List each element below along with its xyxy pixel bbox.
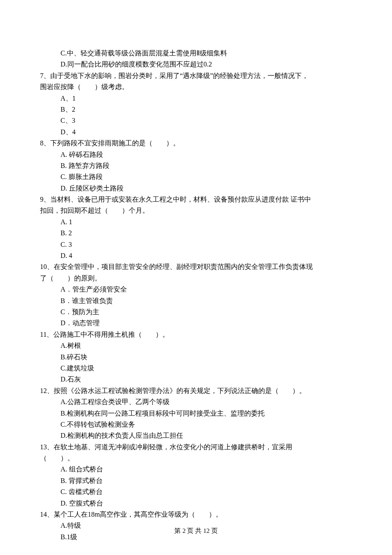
q10-stem-line1: 10、在安全管理中，项目部主管安全的经理、副经理对职责范围内的安全管理工作负责体… <box>40 261 352 272</box>
q8-option-a: A. 碎砾石路段 <box>40 149 352 160</box>
q9-option-c: C. 3 <box>40 239 352 250</box>
q11-option-c: C.建筑垃圾 <box>40 363 352 374</box>
q13-option-c: C. 齿槛式桥台 <box>40 486 352 497</box>
page-footer: 第 2 页 共 12 页 <box>0 526 392 536</box>
q7-option-b: B、2 <box>40 104 352 115</box>
q10-stem-line2: 了（ ）的原则。 <box>40 273 352 284</box>
q11-option-a: A.树根 <box>40 340 352 351</box>
q11-option-d: D.石灰 <box>40 374 352 385</box>
q11-option-b: B.碎石块 <box>40 352 352 363</box>
q9-option-d: D. 4 <box>40 250 352 261</box>
q7-option-c: C、3 <box>40 115 352 126</box>
q11-stem: 11、公路施工中不得用推土机推（ ）。 <box>40 329 352 340</box>
q9-stem-line1: 9、当材料、设备已用于或安装在永久工程之中时，材料、设备预付款应从进度付款 证书… <box>40 194 352 205</box>
q10-option-c: C．预防为主 <box>40 306 352 318</box>
q8-option-b: B. 路堑弃方路段 <box>40 160 352 171</box>
q7-option-a: A、1 <box>40 93 352 104</box>
q12-option-d: D.检测机构的技术负责人应当由总工担任 <box>40 430 352 441</box>
q6-option-c: C.中、轻交通荷载等级公路面层混凝土需使用Ⅱ级细集料 <box>40 48 352 59</box>
q8-stem: 8、下列路段不宜安排雨期施工的是（ ）。 <box>40 138 352 149</box>
q13-option-a: A. 组合式桥台 <box>40 464 352 475</box>
q8-option-d: D. 丘陵区砂类土路段 <box>40 183 352 194</box>
q13-stem-line2: （ ）。 <box>40 453 352 464</box>
q7-option-d: D、4 <box>40 127 352 138</box>
q14-stem: 14、某个工人在18m高空作业，其高空作业等级为（ ）。 <box>40 509 352 520</box>
q13-option-b: B. 背撑式桥台 <box>40 475 352 486</box>
q13-option-d: D. 空腹式桥台 <box>40 498 352 509</box>
q8-option-c: C. 膨胀土路段 <box>40 171 352 182</box>
q9-option-a: A. 1 <box>40 217 352 228</box>
q12-option-b: B.检测机构在同一公路工程项目标段中可同时接受业主、监理的委托 <box>40 408 352 419</box>
q10-option-b: B．谁主管谁负责 <box>40 295 352 306</box>
q7-stem-line2: 围岩应按降（ ）级考虑。 <box>40 81 352 92</box>
q12-option-c: C.不得转包试验检测业务 <box>40 419 352 430</box>
q9-option-b: B. 2 <box>40 228 352 239</box>
q13-stem-line1: 13、在软土地基、河道无冲刷或冲刷轻微，水位变化小的河道上修建拱桥时，宜采用 <box>40 442 352 453</box>
q9-stem-line2: 扣回，扣回期不超过（ ）个月。 <box>40 205 352 216</box>
q12-stem: 12、按照《公路水运工程试验检测管理办法》的有关规定，下列说法正确的是（ ）。 <box>40 385 352 396</box>
page-container: C.中、轻交通荷载等级公路面层混凝土需使用Ⅱ级细集料 D.同一配合比用砂的细度模… <box>0 0 392 555</box>
q6-option-d: D.同一配合比用砂的细度模数变化范围不应超过0.2 <box>40 59 352 70</box>
q7-stem-line1: 7、由于受地下水的影响，围岩分类时，采用了“遇水降级”的经验处理方法，一般情况下… <box>40 70 352 81</box>
q10-option-a: A．管生产必须管安全 <box>40 284 352 295</box>
q12-option-a: A.公路工程综合类设甲、乙两个等级 <box>40 396 352 408</box>
q10-option-d: D．动态管理 <box>40 318 352 329</box>
